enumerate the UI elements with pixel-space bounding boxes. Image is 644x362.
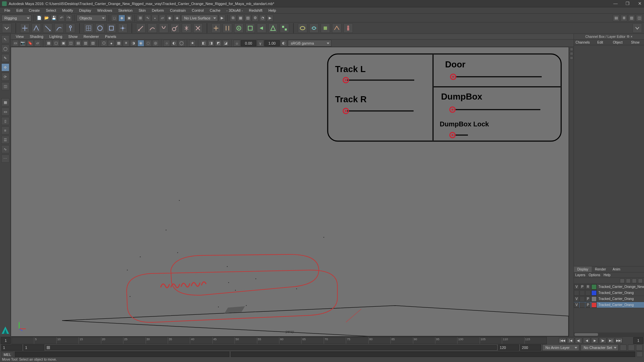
human-ik-icon[interactable] <box>343 23 353 33</box>
range-out-field[interactable]: 120 <box>498 345 519 351</box>
script-editor-button[interactable] <box>637 352 643 357</box>
panel-menu-shading[interactable]: Shading <box>27 34 46 39</box>
layer-menu-options[interactable]: Options <box>589 273 600 277</box>
menu-select[interactable]: Select <box>43 8 59 13</box>
layout-button-1[interactable]: ▤ <box>613 15 620 21</box>
point-constraint-icon[interactable] <box>223 23 232 33</box>
resolution-gate-button[interactable]: ▣ <box>60 40 67 47</box>
select-tool-button[interactable]: ↖ <box>1 35 9 43</box>
snap-grid-button[interactable]: ⊞ <box>137 15 144 21</box>
high-quality-button[interactable]: ★ <box>189 40 196 47</box>
outliner-button[interactable]: ☰ <box>1 136 9 144</box>
range-end-field[interactable]: 200 <box>520 345 541 351</box>
menu-help[interactable]: Help <box>265 8 279 13</box>
aim-constraint-icon[interactable] <box>257 23 266 33</box>
create-layer-from-selected-icon[interactable] <box>638 279 643 283</box>
construction-history-button[interactable]: ⧉ <box>230 15 236 21</box>
layer-v-toggle[interactable]: V <box>574 302 579 308</box>
playback-prefs-button[interactable] <box>636 345 643 351</box>
make-live-button[interactable]: ◈ <box>174 15 180 21</box>
gate-mask-button[interactable]: ◫ <box>67 40 74 47</box>
scale-constraint-icon[interactable] <box>246 23 255 33</box>
orient-constraint-icon[interactable] <box>234 23 244 33</box>
shelf-options-icon[interactable] <box>633 23 642 33</box>
pole-vector-icon[interactable] <box>268 23 278 33</box>
layer-tab-anim[interactable]: Anim <box>609 266 624 272</box>
shadows-button[interactable]: ◑ <box>130 40 137 47</box>
depth-of-field-button[interactable]: ◩ <box>215 40 222 47</box>
snap-together-icon[interactable] <box>20 23 30 33</box>
paint-select-tool-button[interactable]: ✎ <box>1 54 9 62</box>
layout-button-2[interactable]: ≣ <box>621 15 627 21</box>
last-tool-button[interactable]: ▦ <box>1 98 9 106</box>
ipr-render-button[interactable]: ▨ <box>245 15 251 21</box>
range-slider[interactable] <box>46 345 497 350</box>
lasso-tool-button[interactable]: ◯ <box>1 45 9 53</box>
wireframe-button[interactable]: ⬡ <box>101 40 107 47</box>
layer-r-toggle[interactable]: P <box>585 302 591 308</box>
screen-space-ao-button[interactable]: ◧ <box>200 40 207 47</box>
smooth-shade-button[interactable]: ● <box>108 40 115 47</box>
image-plane-button[interactable]: ▱ <box>34 40 41 47</box>
layer-p-toggle[interactable]: P <box>580 284 585 290</box>
layer-r-toggle[interactable]: R <box>585 284 591 290</box>
new-scene-button[interactable]: 📄 <box>36 15 43 21</box>
live-surface-next-button[interactable]: ▶ <box>219 15 225 21</box>
cb-tab-channels[interactable]: Channels <box>574 40 591 45</box>
panel-menu-panels[interactable]: Panels <box>102 34 119 39</box>
graph-editor-button[interactable]: ∿ <box>1 145 9 153</box>
ik-handle-icon[interactable] <box>136 23 146 33</box>
render-settings-button[interactable]: ⚙ <box>252 15 259 21</box>
anti-alias-button[interactable]: ◪ <box>222 40 229 47</box>
view-transform-icon[interactable]: ◐ <box>280 40 287 47</box>
play-backward-button[interactable]: ◀ <box>583 338 590 344</box>
open-scene-button[interactable]: 📂 <box>43 15 50 21</box>
wire-deform-icon[interactable] <box>321 23 330 33</box>
layout-single-button[interactable]: ▭ <box>1 108 9 116</box>
anim-layer-dropdown[interactable]: No Anim Layer <box>542 344 579 351</box>
layer-r-toggle[interactable] <box>585 290 591 296</box>
menu-edit[interactable]: Edit <box>13 8 26 13</box>
cb-tab-show[interactable]: Show <box>627 40 644 45</box>
layer-color-swatch[interactable] <box>591 290 597 296</box>
gamma-field[interactable]: 1.00 <box>264 40 280 46</box>
layer-row[interactable]: Tracked_Carrier_Orang <box>574 290 644 296</box>
script-language-toggle[interactable]: MEL <box>1 352 13 357</box>
parent-constraint-icon[interactable] <box>211 23 221 33</box>
layer-menu-help[interactable]: Help <box>603 273 610 277</box>
layer-row[interactable]: VPRTracked_Carrier_Orange_New <box>574 284 644 290</box>
layer-p-toggle[interactable] <box>580 296 585 302</box>
live-surface-dropdown[interactable]: No Live Surface <box>181 15 218 21</box>
step-forward-frame-button[interactable]: |▶ <box>599 338 606 344</box>
cube-deform-icon[interactable] <box>107 23 116 33</box>
detach-skin-icon[interactable] <box>193 23 203 33</box>
select-by-hierarchy-button[interactable]: □ <box>111 15 118 21</box>
shelf-dropdown-icon[interactable] <box>2 23 11 33</box>
time-slider[interactable]: 1 51015202530354045505560657075808590951… <box>0 337 644 344</box>
lattice-icon[interactable] <box>84 23 93 33</box>
undo-button[interactable]: ↶ <box>58 15 65 21</box>
step-back-frame-button[interactable]: ◀| <box>575 338 582 344</box>
freeze-transform-icon[interactable] <box>32 23 41 33</box>
default-light-button[interactable]: ○ <box>163 40 170 47</box>
menu-deform[interactable]: Deform <box>149 8 167 13</box>
ik-spline-icon[interactable] <box>148 23 157 33</box>
cluster-icon[interactable] <box>118 23 127 33</box>
render-view-button[interactable]: ▶ <box>267 15 273 21</box>
xray-joints-button[interactable]: ◎ <box>152 40 159 47</box>
snap-curve-button[interactable]: ∿ <box>144 15 151 21</box>
layout-button-3[interactable]: ▥ <box>628 15 635 21</box>
layer-row[interactable]: VPTracked_Carrier_Orang <box>574 302 644 308</box>
wrap-deform-icon[interactable] <box>309 23 319 33</box>
set-driven-key-icon[interactable] <box>280 23 289 33</box>
render-frame-button[interactable]: ▦ <box>237 15 244 21</box>
menu-cache[interactable]: Cache <box>207 8 223 13</box>
auto-key-button[interactable] <box>620 345 627 351</box>
character-set-dropdown[interactable]: No Character Set <box>581 344 619 351</box>
save-scene-button[interactable]: 💾 <box>51 15 57 21</box>
mirror-weights-icon[interactable] <box>182 23 191 33</box>
menu-create[interactable]: Create <box>26 8 43 13</box>
exposure-field[interactable]: 0.00 <box>241 40 256 46</box>
module-dropdown[interactable]: Rigging <box>1 15 32 21</box>
paint-weights-icon[interactable] <box>170 23 180 33</box>
